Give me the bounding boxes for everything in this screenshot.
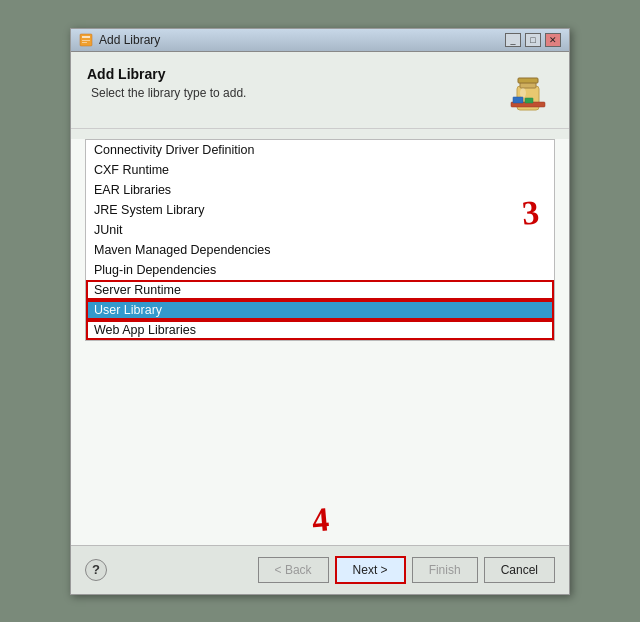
annotation-4-container: 4 <box>71 501 569 545</box>
list-wrapper: Connectivity Driver DefinitionCXF Runtim… <box>71 139 569 341</box>
footer-buttons: < Back Next > Finish Cancel <box>258 556 555 584</box>
title-bar-buttons: _ □ ✕ <box>505 33 561 47</box>
footer-left: ? <box>85 559 107 581</box>
header-title-text: Add Library <box>87 66 166 82</box>
spacer <box>71 351 569 501</box>
list-item[interactable]: Connectivity Driver Definition <box>86 140 554 160</box>
list-item[interactable]: Plug-in Dependencies <box>86 260 554 280</box>
library-list[interactable]: Connectivity Driver DefinitionCXF Runtim… <box>85 139 555 341</box>
list-item[interactable]: EAR Libraries <box>86 180 554 200</box>
next-button[interactable]: Next > <box>335 556 406 584</box>
svg-rect-10 <box>525 98 533 103</box>
list-item[interactable]: User Library <box>86 300 554 320</box>
svg-rect-6 <box>518 78 538 83</box>
list-item[interactable]: Web App Libraries <box>86 320 554 340</box>
add-library-window: Add Library _ □ ✕ Add Library Select the… <box>70 28 570 595</box>
list-item[interactable]: Server Runtime <box>86 280 554 300</box>
header-row: Add Library Select the library type to a… <box>87 66 553 116</box>
svg-rect-1 <box>82 36 90 38</box>
list-item[interactable]: JRE System Library <box>86 200 554 220</box>
maximize-button[interactable]: □ <box>525 33 541 47</box>
list-item[interactable]: JUnit <box>86 220 554 240</box>
title-bar-left: Add Library <box>79 33 160 47</box>
header-title: Add Library <box>87 66 246 82</box>
header-text: Add Library Select the library type to a… <box>87 66 246 100</box>
minimize-button[interactable]: _ <box>505 33 521 47</box>
library-jar-icon <box>503 66 553 116</box>
header-subtitle: Select the library type to add. <box>91 86 246 100</box>
finish-button[interactable]: Finish <box>412 557 478 583</box>
content-area: Connectivity Driver DefinitionCXF Runtim… <box>71 139 569 545</box>
window-icon <box>79 33 93 47</box>
header-section: Add Library Select the library type to a… <box>71 52 569 129</box>
footer: ? < Back Next > Finish Cancel <box>71 545 569 594</box>
list-item[interactable]: CXF Runtime <box>86 160 554 180</box>
help-button[interactable]: ? <box>85 559 107 581</box>
svg-rect-9 <box>513 97 523 103</box>
list-item[interactable]: Maven Managed Dependencies <box>86 240 554 260</box>
annotation-4: 4 <box>310 500 330 539</box>
svg-point-7 <box>520 88 526 98</box>
window-title: Add Library <box>99 33 160 47</box>
back-button[interactable]: < Back <box>258 557 329 583</box>
cancel-button[interactable]: Cancel <box>484 557 555 583</box>
svg-rect-2 <box>82 40 90 41</box>
svg-rect-3 <box>82 42 87 43</box>
close-button[interactable]: ✕ <box>545 33 561 47</box>
title-bar: Add Library _ □ ✕ <box>71 29 569 52</box>
